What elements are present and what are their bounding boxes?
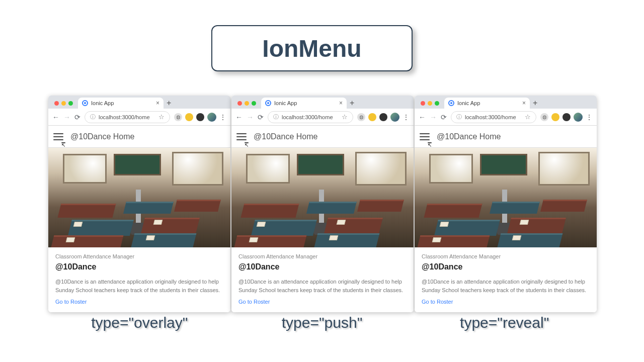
- new-tab-button[interactable]: +: [533, 99, 537, 109]
- minimize-window-icon[interactable]: [61, 101, 66, 106]
- tab-title: Ionic App: [457, 100, 480, 106]
- reload-button[interactable]: ⟳: [441, 113, 447, 121]
- bookmark-icon[interactable]: ☆: [158, 113, 165, 121]
- close-window-icon[interactable]: [54, 101, 59, 106]
- classroom-image: [415, 148, 597, 247]
- site-info-icon[interactable]: ⓘ: [90, 113, 96, 121]
- card-description: @10Dance is an attendance application or…: [422, 278, 590, 294]
- address-bar: ← → ⟳ ⓘ localhost:3000/home ☆ ◍ ⋮: [415, 109, 597, 126]
- profile-avatar-icon[interactable]: [574, 113, 583, 122]
- tab-strip: Ionic App × +: [48, 96, 230, 109]
- browser-menu-icon[interactable]: ⋮: [219, 113, 226, 121]
- url-text: localhost:3000/home: [99, 114, 150, 120]
- reload-button[interactable]: ⟳: [74, 113, 80, 121]
- tab-strip: Ionic App × +: [415, 96, 597, 109]
- hero-title: IonMenu: [262, 35, 361, 62]
- site-info-icon[interactable]: ⓘ: [273, 113, 279, 121]
- url-text: localhost:3000/home: [465, 114, 516, 120]
- roster-link[interactable]: Go to Roster: [55, 299, 87, 305]
- ionic-favicon-icon: [265, 100, 271, 106]
- panels-row: Ionic App × + ← → ⟳ ⓘ localhost:3000/hom…: [48, 96, 597, 312]
- extension-icon[interactable]: [368, 113, 376, 121]
- back-button[interactable]: ←: [52, 113, 59, 121]
- site-info-icon[interactable]: ⓘ: [456, 113, 462, 121]
- card-body: Classroom Attendance Manager @10Dance @1…: [48, 247, 230, 312]
- address-bar: ← → ⟳ ⓘ localhost:3000/home ☆ ◍ ⋮: [48, 109, 230, 126]
- ionic-favicon-icon: [448, 100, 454, 106]
- caption-reveal: type="reveal": [413, 314, 596, 331]
- card-title: @10Dance: [55, 262, 223, 272]
- roster-link[interactable]: Go to Roster: [238, 299, 270, 305]
- profile-avatar-icon[interactable]: [207, 113, 216, 122]
- app-title: @10Dance Home: [70, 132, 134, 141]
- maximize-window-icon[interactable]: [435, 101, 439, 106]
- window-controls[interactable]: [51, 101, 75, 109]
- forward-button[interactable]: →: [63, 113, 70, 121]
- cursor-icon: ↖: [245, 142, 249, 143]
- url-input[interactable]: ⓘ localhost:3000/home ☆: [451, 111, 536, 123]
- extension-icon[interactable]: [379, 113, 387, 121]
- app-title: @10Dance Home: [254, 132, 317, 141]
- browser-menu-icon[interactable]: ⋮: [586, 113, 593, 121]
- card-title: @10Dance: [422, 262, 590, 272]
- url-text: localhost:3000/home: [282, 114, 333, 120]
- card-subtitle: Classroom Attendance Manager: [238, 253, 407, 259]
- close-window-icon[interactable]: [237, 101, 242, 106]
- reload-button[interactable]: ⟳: [258, 113, 264, 121]
- forward-button[interactable]: →: [247, 113, 254, 121]
- close-window-icon[interactable]: [421, 101, 425, 106]
- browser-window: Ionic App × + ← → ⟳ ⓘ localhost:3000/hom…: [415, 96, 597, 312]
- browser-menu-icon[interactable]: ⋮: [403, 113, 410, 121]
- browser-tab[interactable]: Ionic App ×: [261, 98, 347, 109]
- card-body: Classroom Attendance Manager @10Dance @1…: [415, 247, 597, 312]
- extension-icon[interactable]: [196, 113, 204, 121]
- address-bar: ← → ⟳ ⓘ localhost:3000/home ☆ ◍ ⋮: [231, 109, 414, 126]
- new-tab-button[interactable]: +: [167, 99, 171, 109]
- profile-avatar-icon[interactable]: [390, 113, 399, 122]
- maximize-window-icon[interactable]: [252, 101, 256, 106]
- card-subtitle: Classroom Attendance Manager: [422, 253, 590, 259]
- new-tab-button[interactable]: +: [350, 99, 354, 109]
- extension-icon[interactable]: [185, 113, 193, 121]
- browser-tab[interactable]: Ionic App ×: [78, 98, 164, 109]
- extension-icons: ◍ ⋮: [357, 113, 410, 122]
- url-input[interactable]: ⓘ localhost:3000/home ☆: [85, 111, 170, 123]
- forward-button[interactable]: →: [430, 113, 437, 121]
- tab-title: Ionic App: [91, 100, 114, 106]
- classroom-image: [48, 148, 230, 247]
- extension-icons: ◍ ⋮: [174, 113, 226, 122]
- minimize-window-icon[interactable]: [428, 101, 432, 106]
- card-title: @10Dance: [238, 262, 407, 272]
- window-controls[interactable]: [418, 101, 441, 109]
- hamburger-menu-icon[interactable]: ↖: [420, 133, 430, 140]
- app-toolbar: ↖ @10Dance Home: [231, 126, 414, 148]
- hamburger-menu-icon[interactable]: ↖: [53, 133, 63, 140]
- back-button[interactable]: ←: [419, 113, 426, 121]
- close-tab-icon[interactable]: ×: [156, 100, 159, 107]
- close-tab-icon[interactable]: ×: [339, 100, 343, 107]
- browser-tab[interactable]: Ionic App ×: [444, 98, 530, 109]
- bookmark-icon[interactable]: ☆: [342, 113, 348, 121]
- maximize-window-icon[interactable]: [68, 101, 73, 106]
- back-button[interactable]: ←: [235, 113, 243, 121]
- window-controls[interactable]: [234, 101, 258, 109]
- extension-icon[interactable]: ◍: [540, 113, 548, 121]
- close-tab-icon[interactable]: ×: [522, 100, 526, 107]
- hero-title-box: IonMenu: [211, 25, 413, 71]
- extension-icon[interactable]: ◍: [174, 113, 182, 121]
- app-toolbar: ↖ @10Dance Home: [48, 126, 230, 148]
- browser-window: Ionic App × + ← → ⟳ ⓘ localhost:3000/hom…: [231, 96, 414, 312]
- app-toolbar: ↖ @10Dance Home: [415, 126, 597, 148]
- app-title: @10Dance Home: [437, 132, 501, 141]
- extension-icon[interactable]: [551, 113, 559, 121]
- extension-icon[interactable]: [562, 113, 571, 121]
- caption-push: type="push": [231, 314, 414, 331]
- minimize-window-icon[interactable]: [245, 101, 249, 106]
- ionic-favicon-icon: [82, 100, 88, 106]
- hamburger-menu-icon[interactable]: ↖: [236, 133, 247, 140]
- roster-link[interactable]: Go to Roster: [422, 299, 453, 305]
- url-input[interactable]: ⓘ localhost:3000/home ☆: [268, 111, 353, 123]
- extension-icon[interactable]: ◍: [357, 113, 365, 121]
- tab-strip: Ionic App × +: [231, 96, 414, 109]
- bookmark-icon[interactable]: ☆: [525, 113, 531, 121]
